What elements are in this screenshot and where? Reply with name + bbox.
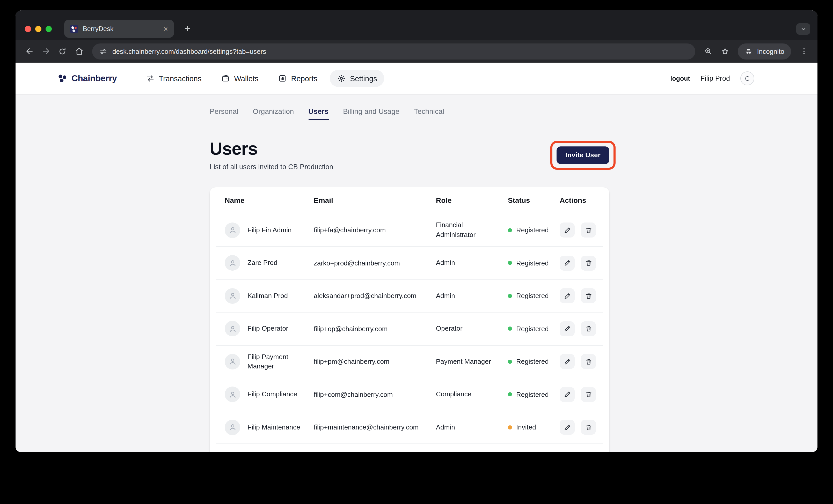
delete-user-button[interactable]	[581, 321, 596, 336]
bookmark-star-icon[interactable]	[718, 44, 733, 59]
url-text: desk.chainberry.com/dashboard/settings?t…	[112, 47, 266, 55]
trash-icon	[585, 424, 592, 431]
user-avatar	[225, 420, 240, 435]
name-cell: Kaliman Prod	[225, 288, 314, 304]
status-cell: Registered	[508, 226, 560, 234]
status-cell: Registered	[508, 259, 560, 267]
nav-transactions[interactable]: Transactions	[139, 70, 209, 87]
browser-window: BerryDesk × +	[16, 10, 817, 452]
delete-user-button[interactable]	[581, 256, 596, 271]
trash-icon	[585, 325, 592, 332]
person-icon	[228, 390, 237, 399]
status-dot	[508, 261, 512, 265]
tab-technical[interactable]: Technical	[414, 107, 444, 120]
tab-personal[interactable]: Personal	[210, 107, 238, 120]
trash-icon	[585, 259, 592, 267]
chainberry-logo[interactable]: Chainberry	[57, 73, 117, 84]
incognito-label: Incognito	[757, 47, 784, 55]
table-row: Filip Fin Admin filip+fa@chainberry.com …	[216, 214, 603, 247]
email-cell: filip+op@chainberry.com	[314, 325, 436, 333]
user-name-text: Filip Maintenance	[247, 423, 300, 432]
role-cell: Compliance	[436, 389, 508, 400]
window-close-button[interactable]	[25, 26, 31, 32]
actions-cell	[560, 288, 599, 303]
name-cell: Filip Fin Admin	[225, 223, 314, 238]
delete-user-button[interactable]	[581, 354, 596, 369]
page-subtitle: List of all users invited to CB Producti…	[210, 163, 333, 171]
users-table-body: Filip Fin Admin filip+fa@chainberry.com …	[216, 214, 603, 444]
edit-user-button[interactable]	[560, 321, 575, 336]
browser-tab-strip: BerryDesk × +	[16, 10, 817, 40]
email-cell: zarko+prod@chainberry.com	[314, 259, 436, 267]
actions-cell	[560, 354, 599, 369]
delete-user-button[interactable]	[581, 420, 596, 435]
forward-icon[interactable]	[38, 44, 53, 59]
status-dot	[508, 393, 512, 397]
status-dot	[508, 294, 512, 298]
edit-user-button[interactable]	[560, 420, 575, 435]
nav-wallets[interactable]: Wallets	[214, 70, 266, 87]
new-tab-button[interactable]: +	[180, 22, 195, 36]
site-settings-icon[interactable]	[99, 47, 107, 55]
browser-menu-icon[interactable]	[796, 44, 811, 59]
status-cell: Invited	[508, 424, 560, 431]
edit-user-button[interactable]	[560, 354, 575, 369]
zoom-icon[interactable]	[701, 44, 716, 59]
window-controls	[25, 26, 52, 32]
back-icon[interactable]	[22, 44, 37, 59]
tab-search-button[interactable]	[796, 23, 810, 35]
user-avatar-chip[interactable]: C	[740, 71, 754, 85]
trash-icon	[585, 358, 592, 365]
incognito-badge: Incognito	[738, 43, 791, 59]
tab-close-icon[interactable]: ×	[162, 25, 170, 33]
status-dot	[508, 360, 512, 364]
tab-organization[interactable]: Organization	[253, 107, 294, 120]
brand-name: Chainberry	[71, 73, 117, 83]
nav-settings[interactable]: Settings	[330, 70, 384, 87]
edit-user-button[interactable]	[560, 288, 575, 303]
email-cell: filip+com@chainberry.com	[314, 391, 436, 399]
user-name-text: Filip Payment Manager	[247, 352, 302, 371]
user-name-text: Kaliman Prod	[247, 291, 288, 301]
delete-user-button[interactable]	[581, 288, 596, 303]
pencil-icon	[564, 325, 571, 332]
actions-cell	[560, 321, 599, 336]
chevron-down-icon	[800, 26, 806, 32]
tab-users[interactable]: Users	[308, 107, 329, 120]
nav-label: Wallets	[234, 74, 258, 82]
logout-button[interactable]: logout	[670, 75, 690, 82]
name-cell: Filip Maintenance	[225, 420, 314, 435]
window-zoom-button[interactable]	[46, 26, 52, 32]
reload-icon[interactable]	[55, 44, 70, 59]
person-icon	[228, 423, 237, 432]
actions-cell	[560, 387, 599, 402]
column-header-role: Role	[436, 196, 508, 204]
user-avatar	[225, 288, 240, 304]
pencil-icon	[564, 358, 571, 365]
status-cell: Registered	[508, 391, 560, 399]
edit-user-button[interactable]	[560, 223, 575, 238]
nav-reports[interactable]: Reports	[271, 70, 325, 87]
edit-user-button[interactable]	[560, 256, 575, 271]
invite-user-button[interactable]: Invite User	[557, 147, 609, 164]
edit-user-button[interactable]	[560, 387, 575, 402]
delete-user-button[interactable]	[581, 387, 596, 402]
actions-cell	[560, 420, 599, 435]
tab-billing-and-usage[interactable]: Billing and Usage	[343, 107, 399, 120]
browser-tab[interactable]: BerryDesk ×	[64, 20, 174, 38]
annotation-highlight: Invite User	[551, 141, 616, 170]
email-cell: filip+pm@chainberry.com	[314, 358, 436, 366]
column-header-name: Name	[225, 196, 314, 204]
address-bar[interactable]: desk.chainberry.com/dashboard/settings?t…	[92, 43, 695, 59]
user-avatar	[225, 223, 240, 238]
app-header: Chainberry Transactions Wallets	[16, 62, 817, 95]
desktop: BerryDesk × +	[0, 0, 833, 504]
user-avatar	[225, 387, 240, 402]
tab-title: BerryDesk	[83, 25, 157, 32]
wallet-icon	[221, 74, 230, 83]
person-icon	[228, 259, 237, 268]
delete-user-button[interactable]	[581, 223, 596, 238]
home-icon[interactable]	[71, 44, 87, 59]
header-user-area: logout Filip Prod C	[670, 71, 754, 85]
window-minimize-button[interactable]	[35, 26, 42, 32]
